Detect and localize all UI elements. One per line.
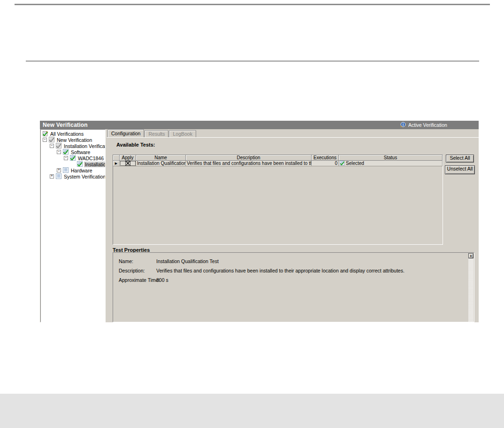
column-header-description[interactable]: Description [186, 155, 312, 161]
tree-label: Software [70, 149, 91, 155]
window-title: New Verification [43, 122, 88, 128]
checked-doc-gray-icon [56, 143, 62, 149]
collapse-icon[interactable]: - [57, 150, 61, 154]
checked-doc-icon [77, 161, 83, 167]
tree-label: All Verifications [49, 131, 84, 137]
tree-item-system-verification[interactable]: + System Verification [41, 173, 105, 179]
tree-item-wadc1846[interactable]: - WADC1846 [41, 155, 105, 161]
property-value: Installation Qualification Test [156, 258, 219, 264]
tree-label: System Verification [63, 174, 106, 179]
expand-icon[interactable]: + [50, 174, 54, 179]
column-header-executions[interactable]: Executions [312, 155, 339, 161]
unselect-all-button[interactable]: Unselect All [445, 165, 475, 174]
checked-doc-icon [70, 155, 76, 161]
status-cell[interactable]: Selected [339, 161, 443, 166]
scroll-up-button[interactable]: ▲ [468, 253, 473, 258]
collapse-icon[interactable]: - [64, 156, 68, 160]
checkmark-x-icon [126, 161, 130, 165]
apply-checkbox[interactable] [125, 161, 130, 166]
active-verification-label: Active Verification [408, 122, 447, 128]
property-label: Description: [119, 268, 156, 273]
test-properties-panel: Name: Installation Qualification Test De… [113, 252, 474, 322]
test-name-cell[interactable]: Installation Qualification... [136, 161, 186, 166]
titlebar: New Verification Active Verification [40, 121, 479, 129]
main-panel: Configuration Results LogBook Available … [107, 129, 479, 322]
status-text: Selected [346, 161, 364, 166]
grid-header: Apply Name Description Executions Status [113, 155, 443, 161]
property-name-row: Name: Installation Qualification Test [119, 258, 219, 264]
top-rule [15, 4, 490, 5]
column-header-status[interactable]: Status [339, 155, 443, 161]
property-time-row: Approximate Time: 300 s [119, 277, 168, 283]
checked-doc-gray-icon [49, 137, 55, 143]
tab-divider [107, 137, 479, 138]
footer-band [0, 394, 504, 428]
selector-column-header [113, 155, 120, 161]
column-header-name[interactable]: Name [136, 155, 186, 161]
available-tests-heading: Available Tests: [116, 142, 155, 148]
property-description-row: Description: Verifies that files and con… [119, 268, 405, 273]
column-header-apply[interactable]: Apply [120, 155, 136, 161]
verification-tree: All Verifications - New Verification - [40, 129, 106, 322]
vertical-scrollbar[interactable]: ▲ [468, 253, 473, 322]
tab-results[interactable]: Results [145, 130, 168, 137]
tree-label: Hardware [70, 168, 93, 173]
tree-item-installation[interactable]: Installation [41, 161, 105, 167]
app-window: New Verification Active Verification [40, 121, 479, 322]
doc-lines-icon [56, 173, 62, 179]
tab-configuration[interactable]: Configuration [107, 129, 144, 137]
collapse-icon[interactable]: - [50, 144, 54, 148]
tree-item-all-verifications[interactable]: All Verifications [41, 131, 105, 137]
tree-item-installation-verification[interactable]: - Installation Verification [41, 143, 105, 149]
info-icon [400, 122, 406, 128]
tree-item-new-verification[interactable]: - New Verification [41, 137, 105, 143]
tab-bar: Configuration Results LogBook [107, 129, 197, 137]
test-description-cell[interactable]: Verifies that files and configurations h… [186, 161, 312, 166]
verifications-root-icon [42, 131, 48, 137]
property-label: Name: [119, 258, 156, 264]
select-all-button[interactable]: Select All [446, 155, 474, 163]
active-verification-indicator: Active Verification [400, 122, 447, 128]
checked-doc-icon [63, 149, 69, 155]
tree-label: WADC1846 [77, 156, 105, 161]
row-selector-cell[interactable]: ▶ [113, 161, 120, 166]
property-label: Approximate Time: [119, 277, 156, 283]
table-row[interactable]: ▶ Installation Qualification... Verifies… [113, 161, 443, 166]
available-tests-grid: Apply Name Description Executions Status… [113, 155, 443, 245]
header-rule [26, 61, 479, 62]
property-value: Verifies that files and configurations h… [156, 268, 405, 273]
tree-label: Installation Verification [63, 143, 106, 149]
tree-label: New Verification [56, 137, 93, 143]
tree-item-hardware[interactable]: + Hardware [41, 167, 105, 173]
executions-cell[interactable]: 0 [312, 161, 339, 166]
status-selected-icon [340, 161, 345, 166]
document-page: New Verification Active Verification [0, 0, 504, 428]
collapse-icon[interactable]: - [43, 138, 47, 142]
property-value: 300 s [156, 277, 168, 283]
tree-item-software[interactable]: - Software [41, 149, 105, 155]
tree-label-selected: Installation [84, 162, 106, 167]
tab-logbook[interactable]: LogBook [169, 130, 196, 137]
doc-lines-icon [63, 167, 69, 173]
expand-icon[interactable]: + [57, 168, 61, 172]
row-selector-arrow-icon: ▶ [115, 161, 117, 166]
apply-cell[interactable] [120, 161, 136, 166]
